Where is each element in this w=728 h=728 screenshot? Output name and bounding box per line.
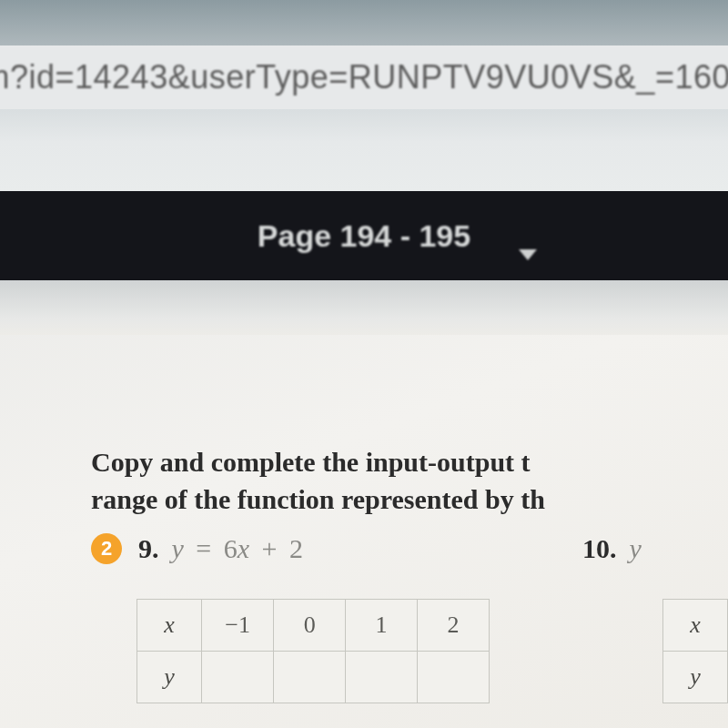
instruction-text: Copy and complete the input-output t ran… bbox=[91, 444, 728, 518]
address-bar[interactable]: tm?id=14243&userType=RUNPTV9VU0VS&_=1604… bbox=[0, 46, 728, 109]
window-top-gap bbox=[0, 0, 728, 46]
y-cell[interactable] bbox=[346, 652, 418, 703]
io-table-10: x y bbox=[662, 599, 728, 703]
x-cell: 1 bbox=[346, 600, 418, 652]
chevron-down-icon[interactable] bbox=[519, 249, 537, 260]
io-table-9: x −1 0 1 2 y bbox=[136, 599, 490, 703]
problem-10-equation: y bbox=[630, 533, 642, 564]
problem-9-equation: y = 6x + 2 bbox=[172, 533, 304, 564]
page-top-shadow bbox=[0, 280, 728, 335]
x-cell: −1 bbox=[202, 600, 274, 652]
table-row: x −1 0 1 2 bbox=[137, 600, 490, 652]
x-cell: 0 bbox=[274, 600, 346, 652]
instruction-line-1: Copy and complete the input-output t bbox=[91, 447, 531, 477]
problem-10-number: 10. bbox=[582, 533, 617, 564]
table-row: y bbox=[137, 652, 490, 703]
problem-10-row: 10. y bbox=[582, 533, 642, 564]
y-cell[interactable] bbox=[274, 652, 346, 703]
chrome-spacer bbox=[0, 109, 728, 191]
page-indicator-label: Page 194 - 195 bbox=[258, 218, 470, 254]
y-cell[interactable] bbox=[202, 652, 274, 703]
row-x-label: x bbox=[137, 600, 202, 652]
x-cell: 2 bbox=[418, 600, 490, 652]
y-cell[interactable] bbox=[418, 652, 490, 703]
row-x-label: x bbox=[662, 600, 727, 652]
problem-9-number: 9. bbox=[138, 533, 159, 564]
textbook-page: Copy and complete the input-output t ran… bbox=[0, 280, 728, 728]
example-badge: 2 bbox=[91, 533, 122, 564]
page-indicator-band[interactable]: Page 194 - 195 bbox=[0, 191, 728, 280]
table-row: x bbox=[662, 600, 727, 652]
url-text: tm?id=14243&userType=RUNPTV9VU0VS&_=1604… bbox=[0, 58, 728, 96]
table-row: y bbox=[662, 652, 727, 703]
instruction-line-2: range of the function represented by th bbox=[91, 484, 545, 514]
row-y-label: y bbox=[137, 652, 202, 703]
tables-row: x −1 0 1 2 y x y bbox=[136, 599, 728, 703]
row-y-label: y bbox=[662, 652, 727, 703]
